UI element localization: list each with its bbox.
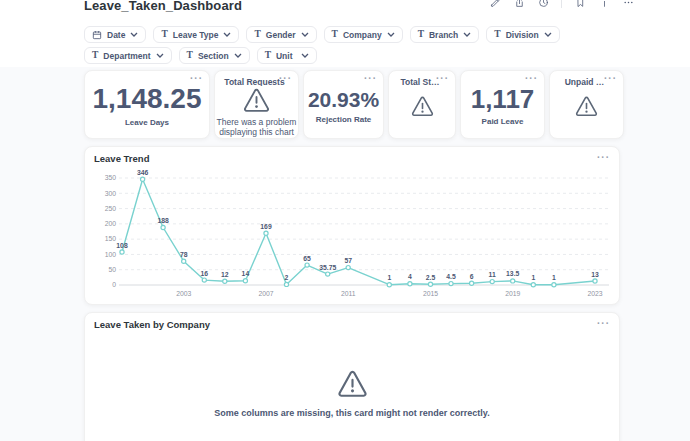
kpi-card-unpaid[interactable]: ···Unpaid …: [549, 70, 624, 139]
svg-text:6: 6: [470, 273, 474, 280]
kpi-value: 1,117: [471, 86, 535, 112]
filter-chip-company[interactable]: TCompany: [324, 26, 403, 43]
svg-text:300: 300: [105, 190, 117, 197]
chevron-down-icon: [301, 32, 309, 37]
card-menu-button[interactable]: ···: [279, 74, 292, 84]
svg-text:12: 12: [221, 271, 229, 278]
bookmark-icon: [575, 0, 586, 8]
warning-icon: [575, 89, 598, 117]
chart-title: Leave Trend: [94, 153, 149, 164]
clock-icon: [538, 0, 549, 8]
filter-label: Leave Type: [173, 30, 219, 40]
svg-text:13.5: 13.5: [506, 270, 519, 277]
filter-chip-department[interactable]: TDepartment: [84, 47, 172, 64]
title-row: Leave_Taken_Dashboard: [84, 0, 690, 26]
svg-text:2: 2: [285, 274, 289, 281]
card-menu-button[interactable]: ···: [364, 74, 377, 84]
chevron-down-icon: [463, 32, 471, 37]
chevron-down-icon: [156, 53, 164, 58]
svg-text:1: 1: [552, 274, 556, 281]
filter-chip-unit[interactable]: TUnit: [257, 47, 317, 64]
text-filter-icon: T: [418, 30, 424, 40]
svg-text:0: 0: [112, 281, 116, 288]
svg-text:35.75: 35.75: [319, 264, 336, 271]
svg-text:350: 350: [105, 174, 117, 181]
svg-text:2019: 2019: [505, 290, 520, 297]
chevron-down-icon: [223, 32, 231, 37]
kpi-card-rejection-rate[interactable]: ···20.93%Rejection Rate: [303, 70, 384, 139]
filter-label: Company: [343, 30, 382, 40]
svg-text:169: 169: [260, 223, 272, 230]
svg-text:100: 100: [105, 251, 117, 258]
kpi-card-total-st[interactable]: ···Total St…: [388, 70, 456, 139]
kpi-card-paid-leave[interactable]: ···1,117Paid Leave: [460, 70, 545, 139]
filter-label: Division: [506, 30, 539, 40]
filter-label: Branch: [429, 30, 458, 40]
kpi-card-total-requests[interactable]: ···Total RequestsThere was a problemdisp…: [214, 70, 299, 139]
svg-text:65: 65: [303, 255, 311, 262]
svg-text:1: 1: [531, 274, 535, 281]
leave-trend-line-chart[interactable]: 0501001502002503003502003200720112015201…: [94, 165, 612, 303]
svg-text:13: 13: [591, 271, 599, 278]
filter-chip-division[interactable]: TDivision: [486, 26, 559, 43]
kpi-value: 1,148.25: [93, 85, 202, 113]
more-options-button[interactable]: [622, 0, 634, 8]
filter-chip-section[interactable]: TSection: [179, 47, 250, 64]
kpi-error-message: There was a problemdisplaying this chart: [217, 117, 297, 138]
filter-label: Department: [103, 51, 150, 61]
pencil-icon: [490, 0, 501, 8]
kpi-row: ···1,148.25Leave Days···Total RequestsTh…: [84, 70, 690, 139]
svg-text:78: 78: [180, 251, 188, 258]
card-menu-button[interactable]: ···: [597, 153, 610, 163]
card-warning: Some columns are missing, this card migh…: [94, 370, 610, 418]
warning-icon: [243, 88, 270, 113]
dashboard-grid: ···1,148.25Leave Days···Total RequestsTh…: [0, 67, 690, 441]
kpi-label: Leave Days: [125, 118, 169, 127]
filter-chip-branch[interactable]: TBranch: [410, 26, 480, 43]
kpi-label: Paid Leave: [482, 117, 524, 126]
svg-text:4.5: 4.5: [446, 273, 456, 280]
filter-label: Unit: [276, 51, 293, 61]
edit-dashboard-button[interactable]: [489, 0, 501, 8]
card-header: Leave Trend ···: [94, 153, 610, 164]
filter-bar: DateTLeave TypeTGenderTCompanyTBranchTDi…: [84, 26, 629, 64]
dashboard-header: Leave_Taken_Dashboard DateTLeave TypeTGe…: [0, 0, 690, 67]
filter-chip-gender[interactable]: TGender: [246, 26, 316, 43]
svg-text:16: 16: [201, 270, 209, 277]
text-filter-icon: T: [332, 30, 338, 40]
filter-chip-date[interactable]: Date: [84, 26, 146, 43]
text-filter-icon: T: [161, 30, 167, 40]
text-filter-icon: T: [92, 51, 98, 61]
card-menu-button[interactable]: ···: [597, 319, 610, 329]
filter-chip-leave-type[interactable]: TLeave Type: [153, 26, 239, 43]
card-menu-button[interactable]: ···: [436, 74, 449, 84]
chart-title: Leave Taken by Company: [94, 319, 210, 330]
svg-text:200: 200: [105, 220, 117, 227]
leave-taken-by-company-card: Leave Taken by Company ··· Some columns …: [84, 312, 620, 441]
card-menu-button[interactable]: ···: [525, 74, 538, 84]
auto-refresh-button[interactable]: [537, 0, 549, 8]
text-filter-icon: T: [494, 30, 500, 40]
card-menu-button[interactable]: ···: [190, 74, 203, 84]
svg-text:2015: 2015: [423, 290, 438, 297]
filter-label: Date: [107, 30, 125, 40]
filter-label: Gender: [266, 30, 296, 40]
svg-text:108: 108: [116, 242, 128, 249]
svg-text:50: 50: [108, 266, 116, 273]
text-filter-icon: T: [187, 51, 193, 61]
kpi-value: 20.93%: [308, 89, 379, 110]
header-divider: [561, 0, 562, 8]
card-menu-button[interactable]: ···: [604, 74, 617, 84]
svg-text:4: 4: [408, 273, 412, 280]
chevron-down-icon: [234, 53, 242, 58]
svg-text:1: 1: [387, 274, 391, 281]
svg-text:188: 188: [157, 217, 169, 224]
info-button[interactable]: [598, 0, 610, 8]
kpi-card-leave-days[interactable]: ···1,148.25Leave Days: [84, 70, 210, 139]
warning-text: Some columns are missing, this card migh…: [214, 408, 489, 418]
sharing-button[interactable]: [513, 0, 525, 8]
svg-text:11: 11: [489, 271, 496, 278]
dashboard-page: Leave_Taken_Dashboard DateTLeave TypeTGe…: [0, 0, 690, 441]
bookmark-button[interactable]: [574, 0, 586, 8]
dashboard-title: Leave_Taken_Dashboard: [84, 0, 242, 13]
